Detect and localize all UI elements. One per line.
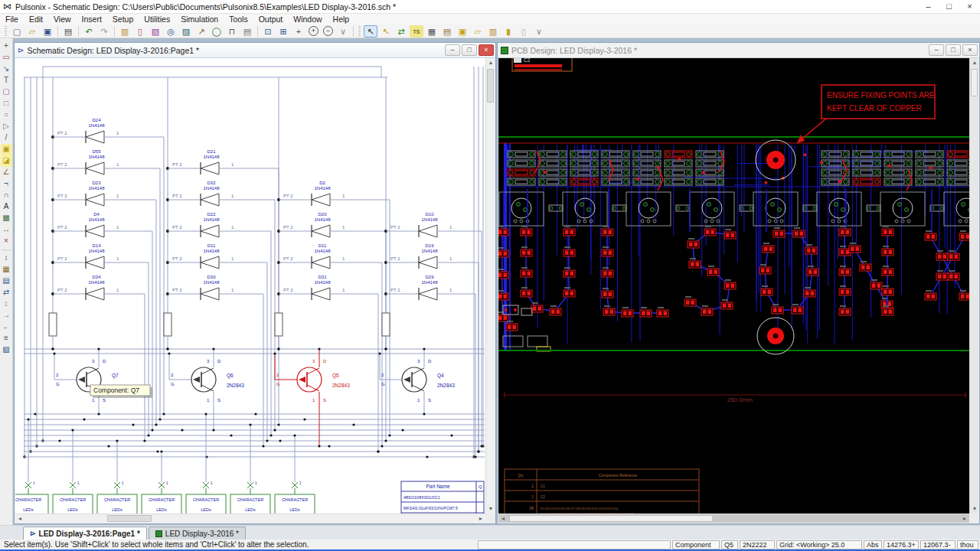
schematic-restore-button[interactable]: □ bbox=[462, 44, 477, 56]
redo-icon[interactable]: ↷ bbox=[97, 25, 111, 37]
database-icon[interactable]: ▥ bbox=[486, 25, 500, 37]
pcb-window-titlebar[interactable]: PCB Design: LED Display-3-2016 * – □ × bbox=[498, 43, 979, 58]
pin-icon[interactable]: + bbox=[1, 41, 12, 52]
overflow-chevron-icon[interactable]: ∨ bbox=[532, 25, 546, 37]
pan-icon[interactable]: + bbox=[292, 25, 305, 37]
pcb-horizontal-scrollbar[interactable]: ◄ ► bbox=[498, 514, 969, 523]
design-rule-check-icon[interactable]: ◎ bbox=[164, 25, 178, 37]
menu-file[interactable]: File bbox=[0, 15, 24, 24]
scroll-up-icon[interactable]: ▲ bbox=[486, 58, 495, 67]
bitmap-icon[interactable]: ▩ bbox=[1, 213, 12, 224]
menu-view[interactable]: View bbox=[48, 15, 77, 24]
zoom-out-icon[interactable]: − bbox=[323, 26, 333, 36]
minimize-button[interactable]: – bbox=[918, 0, 939, 13]
cross-probe-icon[interactable]: ⇄ bbox=[1, 287, 12, 298]
copper-icon[interactable]: ◪ bbox=[1, 155, 12, 167]
menu-setup[interactable]: Setup bbox=[107, 15, 139, 24]
text-icon[interactable]: A bbox=[1, 201, 12, 213]
pad-icon[interactable]: ▭ bbox=[1, 52, 12, 64]
sync-icon[interactable]: ↕ bbox=[1, 298, 12, 310]
scroll-left-icon[interactable]: ◄ bbox=[498, 514, 508, 523]
insert-component-icon[interactable]: ▥ bbox=[118, 25, 132, 37]
menu-tools[interactable]: Tools bbox=[224, 15, 253, 24]
wand-tool-icon[interactable]: ↗ bbox=[194, 25, 208, 37]
frame-select-icon[interactable]: ⊡ bbox=[261, 25, 275, 37]
swap-select-icon[interactable]: ⇄ bbox=[394, 25, 408, 37]
select-tool-icon[interactable]: ↖ bbox=[364, 25, 377, 37]
new-icon[interactable]: ▢ bbox=[10, 25, 24, 37]
schematic-horizontal-scrollbar[interactable]: ◄ ► bbox=[15, 514, 485, 523]
maximize-button[interactable]: □ bbox=[939, 0, 959, 13]
variant-icon[interactable]: ▤ bbox=[1, 276, 12, 287]
duplicate-icon[interactable]: ▣ bbox=[456, 25, 469, 37]
connection-icon[interactable]: ↘ bbox=[1, 64, 12, 75]
scroll-left-icon[interactable]: ◄ bbox=[15, 514, 24, 523]
schematic-minimize-button[interactable]: – bbox=[445, 44, 460, 56]
schematic-close-button[interactable]: × bbox=[479, 44, 494, 56]
note-icon[interactable]: ▱ bbox=[471, 25, 485, 37]
circle-icon[interactable]: ○ bbox=[1, 109, 12, 121]
scroll-right-icon[interactable]: ► bbox=[960, 514, 969, 523]
toggle-screen-icon[interactable]: TS bbox=[410, 25, 423, 37]
scrollbar-thumb[interactable] bbox=[971, 69, 978, 96]
calculator-icon[interactable]: ▦ bbox=[425, 25, 439, 37]
zoom-in-icon[interactable]: + bbox=[309, 26, 318, 36]
scroll-down-icon[interactable]: ▼ bbox=[970, 504, 979, 514]
pcb-restore-button[interactable]: □ bbox=[946, 44, 961, 56]
select-items-icon[interactable]: ↖ bbox=[379, 25, 393, 37]
delete-segment-icon[interactable]: × bbox=[1, 236, 12, 247]
menu-insert[interactable]: Insert bbox=[77, 15, 107, 24]
undo-icon[interactable]: ↶ bbox=[82, 25, 96, 37]
unlock-icon[interactable]: ▯ bbox=[517, 25, 531, 37]
menu-output[interactable]: Output bbox=[253, 15, 289, 24]
menu-help[interactable]: Help bbox=[328, 15, 355, 24]
template-icon[interactable]: ∠ bbox=[1, 167, 12, 178]
print-icon[interactable]: ▤ bbox=[61, 25, 75, 37]
more-tools-chevron-icon[interactable]: ∨ bbox=[336, 25, 350, 37]
rounded-rect-icon[interactable]: ▢ bbox=[1, 86, 12, 98]
report-icon[interactable]: ▤ bbox=[240, 25, 254, 37]
tab-pcb[interactable]: LED Display-3-2016 * bbox=[149, 527, 246, 540]
pcb-window[interactable]: PCB Design: LED Display-3-2016 * – □ × 2… bbox=[497, 42, 980, 524]
save-icon[interactable]: ▣ bbox=[41, 25, 54, 37]
pcb-minimize-button[interactable]: – bbox=[929, 44, 944, 56]
scrollbar-thumb[interactable] bbox=[509, 515, 713, 522]
parts-table[interactable]: Part NameQ48SO108X001/0C1MKS4/0.01uF/63/… bbox=[401, 481, 484, 514]
board-outline-icon[interactable]: ▣ bbox=[1, 144, 12, 155]
measure-icon[interactable]: ↕ bbox=[1, 253, 12, 264]
scroll-down-icon[interactable]: ▼ bbox=[486, 504, 495, 514]
forward-annotate-icon[interactable]: → bbox=[1, 310, 12, 321]
component-edit-icon[interactable]: ▦ bbox=[1, 264, 12, 276]
plot-icon[interactable]: ▧ bbox=[1, 344, 12, 356]
reports-icon[interactable]: ≡ bbox=[1, 333, 12, 344]
back-annotate-icon[interactable]: ← bbox=[1, 321, 12, 333]
triangle-icon[interactable]: ▷ bbox=[1, 121, 12, 132]
schematic-canvas[interactable]: PT 21D241N4148PT 21D551N4148PT 21D231N41… bbox=[15, 58, 485, 514]
line-icon[interactable]: / bbox=[1, 132, 12, 144]
scroll-right-icon[interactable]: ► bbox=[476, 514, 485, 523]
schematic-vertical-scrollbar[interactable]: ▲ ▼ bbox=[485, 58, 495, 514]
menu-simulation[interactable]: Simulation bbox=[175, 15, 224, 24]
open-icon[interactable]: ▱ bbox=[25, 25, 39, 37]
scrollbar-thumb[interactable] bbox=[107, 515, 152, 522]
component-bin-icon[interactable]: ▤ bbox=[440, 25, 454, 37]
schematic-window[interactable]: ⊳ Schematic Design: LED Display-3-2016:P… bbox=[14, 42, 496, 524]
world-view-icon[interactable]: ◯ bbox=[210, 25, 224, 37]
lock-icon[interactable]: ▮ bbox=[501, 25, 515, 37]
tab-schematic-page[interactable]: ⊳LED Display-3-2016:Page1 * bbox=[23, 527, 147, 540]
pcb-vertical-scrollbar[interactable]: ▲ ▼ bbox=[969, 58, 978, 514]
menu-edit[interactable]: Edit bbox=[24, 15, 48, 24]
scroll-up-icon[interactable]: ▲ bbox=[970, 58, 979, 67]
library-icon[interactable]: ▯ bbox=[133, 25, 147, 37]
technology-icon[interactable]: ▨ bbox=[179, 25, 193, 37]
menu-window[interactable]: Window bbox=[288, 15, 327, 24]
jumper-icon[interactable]: ∩ bbox=[1, 190, 12, 201]
text-cursor-icon[interactable]: T bbox=[1, 75, 12, 86]
pcb-canvas[interactable]: 250.0mmC2ENSURE FIXING POINTS AREKEPT CL… bbox=[498, 58, 969, 514]
close-button[interactable]: × bbox=[959, 0, 980, 13]
pcb-close-button[interactable]: × bbox=[962, 44, 978, 56]
dimension-icon[interactable]: ↔ bbox=[1, 224, 12, 236]
scrollbar-thumb[interactable] bbox=[487, 69, 494, 103]
rectangle-icon[interactable]: □ bbox=[1, 98, 12, 109]
signal-path-icon[interactable]: ¬ bbox=[1, 178, 12, 190]
